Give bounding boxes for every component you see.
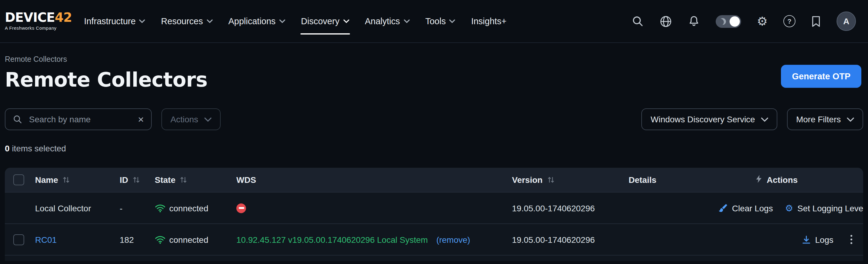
page-header: Remote Collectors Remote Collectors Gene… <box>0 43 868 91</box>
version-value: 19.05.00-1740620296 <box>512 203 595 213</box>
collector-name: Local Collector <box>35 203 91 213</box>
column-header-wds: WDS <box>236 175 512 185</box>
nav-item-infrastructure[interactable]: Infrastructure <box>76 0 153 43</box>
search-icon[interactable] <box>632 15 644 27</box>
action-label: Clear Logs <box>732 203 773 213</box>
logs-button[interactable]: Logs <box>802 235 834 244</box>
chevron-down-icon <box>204 117 212 122</box>
selection-label: items selected <box>12 143 66 153</box>
column-header-details: Details <box>629 175 718 185</box>
column-label: State <box>155 175 175 185</box>
state-label: connected <box>169 203 208 213</box>
user-avatar[interactable]: A <box>837 11 856 31</box>
nav-label: Infrastructure <box>84 16 136 26</box>
name-cell: RC01 <box>35 235 120 244</box>
name-cell: Local Collector <box>35 203 120 213</box>
nav-item-applications[interactable]: Applications <box>220 0 293 43</box>
top-navigation-bar: DEVICE42 A Freshworks Company Infrastruc… <box>0 0 868 43</box>
chevron-down-icon <box>139 19 145 23</box>
collectors-table: Name ID State WDS Version Details <box>5 168 863 255</box>
actions-dropdown[interactable]: Actions <box>161 108 221 130</box>
state-label: connected <box>169 235 208 244</box>
nav-label: Insights+ <box>471 16 506 26</box>
selection-count: 0 <box>5 143 10 153</box>
id-cell: - <box>120 203 155 213</box>
chevron-down-icon <box>279 19 285 23</box>
column-header-actions: Actions <box>718 175 863 185</box>
search-input[interactable] <box>28 114 132 125</box>
nav-item-analytics[interactable]: Analytics <box>357 0 417 43</box>
chevron-down-icon <box>761 117 768 122</box>
wifi-icon <box>155 235 166 244</box>
wds-cell <box>236 203 512 213</box>
column-header-name[interactable]: Name <box>35 175 120 185</box>
breadcrumb: Remote Collectors <box>5 55 207 63</box>
actions-cell: Logs <box>718 232 863 246</box>
action-label: Set Logging Level <box>797 203 863 213</box>
row-checkbox[interactable] <box>13 234 24 245</box>
clear-search-icon[interactable]: × <box>138 114 144 125</box>
select-all-cell <box>13 175 35 185</box>
chevron-down-icon <box>343 19 349 23</box>
toggle-knob <box>730 16 740 26</box>
column-header-version[interactable]: Version <box>512 175 629 185</box>
nav-item-resources[interactable]: Resources <box>153 0 221 43</box>
logo-text: DEVICE42 <box>5 12 72 25</box>
version-cell: 19.05.00-1740620296 <box>512 235 629 244</box>
wds-remove-link[interactable]: (remove) <box>436 235 470 244</box>
set-logging-level-button[interactable]: ⚙ Set Logging Level <box>785 203 863 213</box>
actions-cell: Clear Logs ⚙ Set Logging Level <box>718 201 863 215</box>
blocked-icon <box>236 203 246 213</box>
action-label: Logs <box>815 235 834 244</box>
wds-cell: 10.92.45.127 v19.05.00.1740620296 Local … <box>236 235 512 244</box>
checkbox-cell <box>13 234 35 245</box>
sort-icon <box>547 176 554 183</box>
nav-label: Discovery <box>301 16 339 26</box>
more-filters-dropdown[interactable]: More Filters <box>787 108 863 130</box>
row-menu-kebab-icon[interactable] <box>847 232 856 246</box>
table-row-partial <box>5 255 863 261</box>
download-icon <box>802 235 811 244</box>
wds-endpoint-text: 10.92.45.127 v19.05.00.1740620296 Local … <box>236 235 428 244</box>
clear-logs-button[interactable]: Clear Logs <box>718 203 773 213</box>
id-cell: 182 <box>120 235 155 244</box>
state-cell: connected <box>155 235 236 244</box>
bookmark-icon[interactable] <box>811 16 821 27</box>
globe-icon[interactable] <box>659 15 672 28</box>
nav-item-insights-plus[interactable]: Insights+ <box>463 0 515 43</box>
page-header-left: Remote Collectors Remote Collectors <box>5 55 207 91</box>
column-header-state[interactable]: State <box>155 175 236 185</box>
table-row-local-collector: Local Collector - connected 19.05.00-174… <box>5 192 863 223</box>
device42-logo[interactable]: DEVICE42 A Freshworks Company <box>5 12 72 31</box>
remote-collectors-page: DEVICE42 A Freshworks Company Infrastruc… <box>0 0 868 264</box>
collector-name-link[interactable]: RC01 <box>35 235 57 244</box>
brush-icon <box>718 203 728 213</box>
actions-dropdown-label: Actions <box>170 114 198 124</box>
column-label: WDS <box>236 175 256 185</box>
main-nav: Infrastructure Resources Applications Di… <box>76 0 515 43</box>
wds-filter-dropdown[interactable]: Windows Discovery Service <box>642 108 777 130</box>
gear-icon: ⚙ <box>785 204 793 213</box>
settings-gear-icon[interactable]: ⚙ <box>757 15 768 27</box>
select-all-checkbox[interactable] <box>13 175 24 185</box>
nav-label: Analytics <box>365 16 400 26</box>
help-icon[interactable]: ? <box>783 15 796 27</box>
sort-icon <box>180 176 187 183</box>
nav-item-discovery[interactable]: Discovery <box>293 0 357 43</box>
selection-status: 0 items selected <box>5 143 863 153</box>
filter-toolbar: × Actions Windows Discovery Service More… <box>0 108 868 130</box>
chevron-down-icon <box>847 117 854 122</box>
table-header-row: Name ID State WDS Version Details <box>5 168 863 192</box>
chevron-down-icon <box>403 19 409 23</box>
page-title: Remote Collectors <box>5 68 207 91</box>
theme-toggle[interactable] <box>716 15 741 28</box>
column-label: Version <box>512 175 542 185</box>
wds-filter-label: Windows Discovery Service <box>651 114 755 124</box>
search-box: × <box>5 108 152 130</box>
sort-icon <box>133 176 140 183</box>
column-header-id[interactable]: ID <box>120 175 155 185</box>
nav-item-tools[interactable]: Tools <box>417 0 463 43</box>
notifications-icon[interactable] <box>688 15 700 27</box>
generate-otp-button[interactable]: Generate OTP <box>781 65 861 88</box>
version-cell: 19.05.00-1740620296 <box>512 203 629 213</box>
